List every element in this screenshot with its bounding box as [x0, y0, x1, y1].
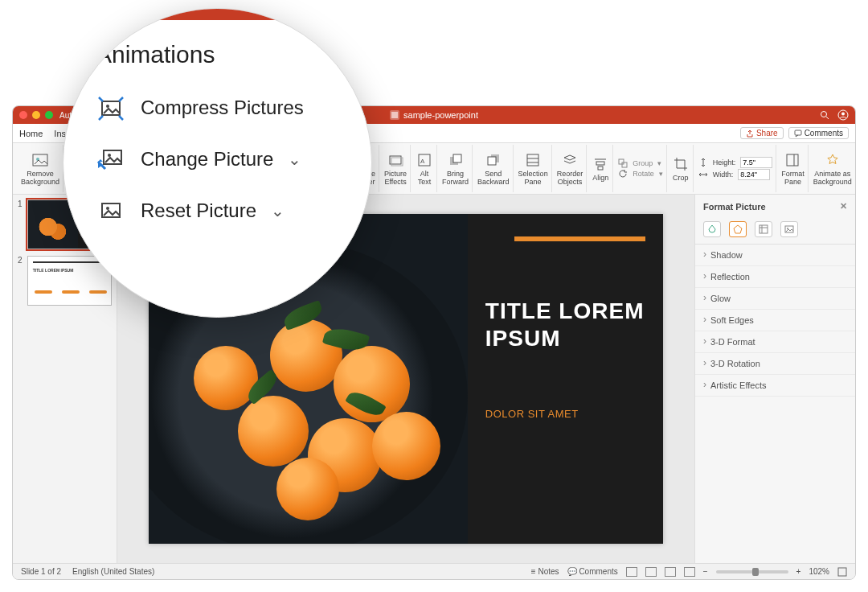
- section-shadow[interactable]: Shadow: [695, 245, 855, 266]
- rotate-button[interactable]: Rotate ▾: [618, 169, 663, 179]
- panel-category-tabs: [695, 218, 855, 245]
- minimize-window-icon[interactable]: [32, 111, 40, 119]
- remove-bg-icon: [31, 151, 49, 169]
- chevron-down-icon: ⌄: [288, 150, 301, 169]
- crop-icon: [673, 156, 689, 172]
- send-backward-icon: [485, 152, 502, 168]
- svg-point-41: [106, 207, 109, 210]
- svg-text:A: A: [420, 158, 425, 165]
- svg-rect-28: [622, 162, 627, 167]
- svg-rect-18: [453, 154, 461, 162]
- picture-tab[interactable]: [780, 221, 798, 237]
- section-glow[interactable]: Glow: [695, 288, 855, 310]
- animate-as-background-button[interactable]: Animate as Background: [810, 145, 855, 192]
- rotate-icon: [618, 169, 628, 179]
- document-title: sample-powerpoint: [390, 110, 478, 120]
- slideshow-view-icon[interactable]: [684, 567, 695, 577]
- window-controls: [19, 111, 53, 119]
- section-soft-edges[interactable]: Soft Edges: [695, 310, 855, 331]
- maximize-window-icon[interactable]: [45, 111, 53, 119]
- notes-toggle[interactable]: ≡ Notes: [531, 567, 559, 576]
- thumb-number: 1: [18, 199, 24, 249]
- alt-text-button[interactable]: A Alt Text: [412, 145, 437, 192]
- picture-effects-button[interactable]: Picture Effects: [381, 145, 411, 192]
- zoom-out-button[interactable]: −: [703, 567, 708, 576]
- bring-forward-icon: [448, 152, 464, 168]
- compress-pictures-icon: [96, 92, 126, 123]
- crop-button[interactable]: Crop: [669, 145, 694, 192]
- svg-rect-8: [795, 130, 801, 135]
- reorder-icon: [562, 152, 578, 168]
- format-pane-icon: [784, 152, 800, 168]
- section-reflection[interactable]: Reflection: [695, 266, 855, 288]
- slide-title[interactable]: TITLE LOREM IPSUM: [485, 298, 645, 352]
- normal-view-icon[interactable]: [626, 567, 637, 577]
- size-properties-tab[interactable]: [755, 221, 772, 237]
- comments-button[interactable]: Comments: [788, 127, 849, 139]
- search-icon[interactable]: [820, 110, 829, 120]
- reading-view-icon[interactable]: [665, 567, 676, 577]
- change-picture-button[interactable]: Change Picture ⌄: [96, 144, 347, 175]
- fill-line-tab[interactable]: [703, 221, 721, 237]
- svg-rect-1: [391, 112, 398, 118]
- zoom-level[interactable]: 102%: [809, 567, 829, 576]
- svg-rect-35: [838, 568, 846, 576]
- svg-rect-26: [598, 166, 603, 170]
- bring-forward-button[interactable]: Bring Forward: [439, 145, 473, 192]
- chevron-down-icon: ⌄: [271, 201, 285, 220]
- comment-icon: [794, 130, 802, 138]
- close-window-icon[interactable]: [19, 111, 27, 119]
- section-3d-format[interactable]: 3-D Format: [695, 331, 855, 353]
- height-icon: [698, 158, 708, 167]
- align-icon: [592, 156, 608, 172]
- size-group: Height: Width:: [695, 145, 777, 192]
- remove-background-button[interactable]: Remove Background: [18, 145, 63, 192]
- sorter-view-icon[interactable]: [645, 567, 657, 577]
- send-backward-button[interactable]: Send Backward: [474, 145, 514, 192]
- zoom-slider[interactable]: [716, 570, 788, 574]
- width-icon: [698, 170, 708, 179]
- format-pane-button[interactable]: Format Pane: [778, 145, 809, 192]
- alt-text-icon: A: [416, 152, 432, 168]
- zoom-in-button[interactable]: +: [796, 567, 801, 576]
- slide-counter[interactable]: Slide 1 of 2: [21, 567, 61, 576]
- selection-pane-icon: [525, 152, 541, 168]
- format-picture-panel: Format Picture ✕ Shadow Reflection Glow …: [694, 195, 855, 563]
- filename: sample-powerpoint: [403, 110, 478, 120]
- reset-picture-icon: [96, 195, 126, 226]
- reorder-objects-button[interactable]: Reorder Objects: [554, 145, 588, 192]
- section-3d-rotation[interactable]: 3-D Rotation: [695, 353, 855, 375]
- close-panel-button[interactable]: ✕: [840, 201, 847, 212]
- slide-subtitle[interactable]: DOLOR SIT AMET: [485, 408, 645, 420]
- share-icon: [746, 130, 754, 138]
- section-artistic-effects[interactable]: Artistic Effects: [695, 375, 855, 397]
- reset-picture-button[interactable]: Reset Picture ⌄: [96, 195, 347, 226]
- svg-rect-29: [787, 154, 798, 166]
- animate-bg-icon: [825, 152, 841, 168]
- svg-rect-21: [527, 154, 538, 166]
- effects-tab[interactable]: [729, 221, 747, 237]
- align-button[interactable]: Align: [588, 145, 613, 192]
- height-input[interactable]: [740, 157, 772, 168]
- svg-rect-27: [619, 159, 624, 164]
- group-icon: [618, 158, 628, 168]
- tab-home[interactable]: Home: [19, 129, 43, 138]
- svg-rect-25: [596, 162, 604, 165]
- share-button[interactable]: Share: [740, 127, 784, 139]
- accent-bar: [514, 236, 645, 241]
- group-rotate-group: Group ▾ Rotate ▾: [615, 145, 667, 192]
- width-input[interactable]: [738, 169, 770, 180]
- statusbar: Slide 1 of 2 English (United States) ≡ N…: [13, 563, 855, 579]
- magnifier-callout: Animations Compress Pictures Change Pict…: [63, 8, 372, 318]
- compress-pictures-button[interactable]: Compress Pictures: [96, 92, 347, 123]
- account-icon[interactable]: [837, 109, 849, 121]
- svg-rect-32: [760, 225, 768, 233]
- comments-toggle[interactable]: 💬 Comments: [567, 567, 618, 576]
- language-status[interactable]: English (United States): [72, 567, 154, 576]
- group-button[interactable]: Group ▾: [618, 158, 663, 168]
- svg-line-3: [826, 117, 829, 119]
- slide-text-area: TITLE LOREM IPSUM DOLOR SIT AMET: [468, 214, 663, 544]
- selection-pane-button[interactable]: Selection Pane: [515, 145, 552, 192]
- fit-to-window-icon[interactable]: [837, 567, 847, 577]
- thumb-number: 2: [18, 256, 24, 306]
